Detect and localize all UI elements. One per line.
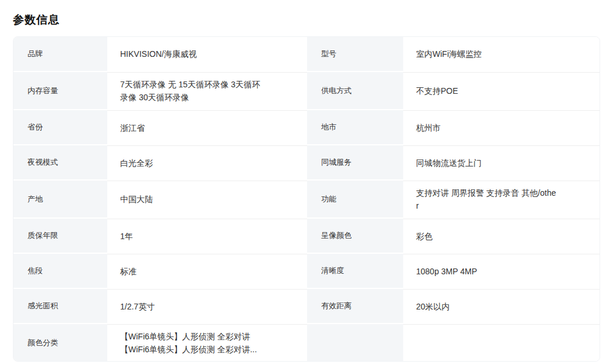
- param-label-left: 颜色分类: [13, 324, 107, 361]
- param-label-right: 有效距离: [307, 289, 403, 323]
- param-value-left: 1/2.7英寸: [107, 289, 307, 323]
- param-value-text: 1/2.7英寸: [120, 300, 155, 313]
- param-value-text: 20米以内: [416, 300, 450, 313]
- param-value-left: 中国大陆: [107, 181, 307, 217]
- param-label-right: [307, 324, 403, 361]
- param-label-left: 品牌: [13, 37, 107, 71]
- param-value-text: 不支持POE: [416, 84, 458, 97]
- param-label-left: 质保年限: [13, 219, 107, 253]
- param-value-text: 彩色: [416, 230, 432, 243]
- param-value-text: 杭州市: [416, 121, 441, 134]
- product-params-section: 参数信息 品牌 HIKVISION/海康威视 型号 室内WiFi海螺监控 内存容…: [0, 0, 613, 362]
- param-value-right: 彩色: [403, 219, 600, 253]
- param-value-left: 标准: [107, 254, 307, 288]
- param-row: 感光面积 1/2.7英寸 有效距离 20米以内: [13, 289, 600, 323]
- param-value-text: 7天循环录像 无 15天循环录像 3天循环录像 30天循环录像: [120, 78, 261, 104]
- param-value-right: 杭州市: [403, 110, 600, 144]
- param-value-text: 【WiFi6单镜头】人形侦测 全彩对讲 【WiFi6单镜头】人形侦测 全彩对讲.…: [120, 330, 257, 356]
- param-label-right: 同城服务: [307, 145, 403, 179]
- param-label-left: 产地: [13, 181, 107, 217]
- param-value-text: 支持对讲 周界报警 支持录音 其他/other: [416, 186, 557, 212]
- param-label-right: 清晰度: [307, 254, 403, 288]
- param-row: 质保年限 1年 呈像颜色 彩色: [13, 219, 600, 253]
- param-row: 省份 浙江省 地市 杭州市: [13, 110, 600, 144]
- param-value-left: 浙江省: [107, 110, 307, 144]
- param-value-text: 标准: [120, 265, 137, 278]
- param-value-right: 不支持POE: [403, 72, 600, 109]
- param-row: 夜视模式 白光全彩 同城服务 同城物流送货上门: [13, 145, 600, 179]
- section-title: 参数信息: [13, 12, 600, 28]
- param-value-text: 1080p 3MP 4MP: [416, 265, 477, 278]
- param-label-left: 夜视模式: [13, 145, 107, 179]
- param-row: 内存容量 7天循环录像 无 15天循环录像 3天循环录像 30天循环录像 供电方…: [13, 72, 600, 109]
- param-label-left: 焦段: [13, 254, 107, 288]
- param-value-left: HIKVISION/海康威视: [107, 37, 307, 71]
- param-label-left: 省份: [13, 110, 107, 144]
- param-value-left: 【WiFi6单镜头】人形侦测 全彩对讲 【WiFi6单镜头】人形侦测 全彩对讲.…: [107, 324, 307, 361]
- param-label-left: 感光面积: [13, 289, 107, 323]
- param-value-right: 1080p 3MP 4MP: [403, 254, 600, 288]
- param-value-right: 同城物流送货上门: [403, 145, 600, 179]
- param-value-right: 室内WiFi海螺监控: [403, 37, 600, 71]
- param-value-left: 7天循环录像 无 15天循环录像 3天循环录像 30天循环录像: [107, 72, 307, 109]
- param-value-text: 中国大陆: [120, 193, 153, 206]
- param-value-text: 浙江省: [120, 121, 145, 134]
- param-value-text: 室内WiFi海螺监控: [416, 47, 482, 60]
- param-label-right: 地市: [307, 110, 403, 144]
- param-label-right: 型号: [307, 37, 403, 71]
- param-value-left: 1年: [107, 219, 307, 253]
- param-value-text: 白光全彩: [120, 157, 153, 169]
- param-row: 产地 中国大陆 功能 支持对讲 周界报警 支持录音 其他/other: [13, 181, 600, 217]
- param-value-right: [403, 324, 600, 361]
- param-label-right: 功能: [307, 181, 403, 217]
- params-table: 品牌 HIKVISION/海康威视 型号 室内WiFi海螺监控 内存容量 7天循…: [13, 36, 600, 362]
- param-row: 品牌 HIKVISION/海康威视 型号 室内WiFi海螺监控: [13, 37, 600, 71]
- param-value-text: 1年: [120, 230, 133, 243]
- param-label-right: 呈像颜色: [307, 219, 403, 253]
- param-value-right: 支持对讲 周界报警 支持录音 其他/other: [403, 181, 600, 217]
- param-label-right: 供电方式: [307, 72, 403, 109]
- param-label-left: 内存容量: [13, 72, 107, 109]
- param-value-left: 白光全彩: [107, 145, 307, 179]
- param-value-right: 20米以内: [403, 289, 600, 323]
- param-row: 焦段 标准 清晰度 1080p 3MP 4MP: [13, 254, 600, 288]
- param-value-text: 同城物流送货上门: [416, 157, 482, 169]
- param-value-text: HIKVISION/海康威视: [120, 47, 197, 60]
- param-row: 颜色分类 【WiFi6单镜头】人形侦测 全彩对讲 【WiFi6单镜头】人形侦测 …: [13, 324, 600, 361]
